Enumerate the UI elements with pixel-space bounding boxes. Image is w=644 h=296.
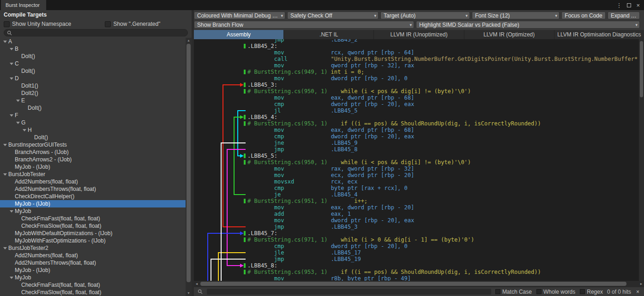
- tree-item[interactable]: MyJobWithDefaultOptimizations - (IJob): [0, 230, 186, 237]
- code-vscroll-thumb[interactable]: [640, 41, 643, 97]
- debug-info-mode-dropdown[interactable]: Coloured With Minimal Debug Information▾: [194, 12, 285, 19]
- foldout-icon[interactable]: [2, 41, 8, 43]
- close-icon[interactable]: ×: [636, 2, 640, 8]
- checkbox-icon[interactable]: [4, 21, 10, 27]
- tree-item[interactable]: E: [0, 97, 186, 104]
- match-case-toggle[interactable]: Match Case: [495, 289, 532, 295]
- foldout-icon[interactable]: [2, 144, 8, 146]
- tree-item[interactable]: DoIt(): [0, 53, 186, 60]
- foldout-icon[interactable]: [8, 63, 15, 65]
- tree-item-label: MyJob - (IJob): [15, 267, 50, 273]
- tree-item[interactable]: BranchArrows2 - (IJob): [0, 156, 186, 163]
- hscroll-track[interactable]: [199, 281, 638, 287]
- tree-item[interactable]: MyJob: [0, 207, 186, 215]
- tree-item-label: DoIt(): [34, 134, 48, 141]
- maximize-icon[interactable]: [627, 3, 631, 7]
- targets-search-input[interactable]: [4, 29, 188, 36]
- window-controls: ⋮ ×: [616, 0, 644, 10]
- assembly-view: jmp .LBB45_2.LBB45_2: mov rcx, qword ptr…: [194, 39, 644, 281]
- code-horizontal-scrollbar[interactable]: ◄ ►: [194, 281, 644, 287]
- tree-item[interactable]: DoIt(): [0, 134, 186, 141]
- scroll-right-icon[interactable]: ►: [638, 282, 644, 285]
- menu-icon[interactable]: ⋮: [616, 2, 622, 8]
- tree-item[interactable]: MyJob: [0, 274, 186, 281]
- foldout-icon[interactable]: [8, 210, 15, 213]
- foldout-icon[interactable]: [8, 77, 15, 80]
- tree-item[interactable]: Add2Numbers(float, float): [0, 178, 186, 185]
- scroll-up-icon[interactable]: ▲: [186, 38, 192, 43]
- tab-assembly[interactable]: Assembly: [194, 30, 283, 39]
- tree-item-label: D: [15, 75, 19, 82]
- tree-item[interactable]: BranchArrows - (IJob): [0, 148, 186, 156]
- tree-item[interactable]: CheckFmaSlow(float, float, float): [0, 222, 186, 230]
- find-hits: 0 of 0 hits: [607, 289, 631, 295]
- tree-item[interactable]: F: [0, 112, 186, 119]
- tree-item[interactable]: DoIt(): [0, 104, 186, 112]
- tree-item[interactable]: D: [0, 75, 186, 82]
- debug-info-mode-dropdown-label: Coloured With Minimal Debug Information: [197, 12, 279, 19]
- focus-on-code-button[interactable]: Focus on Code: [561, 12, 606, 19]
- font-size-dropdown[interactable]: Font Size (12)▾: [472, 12, 560, 19]
- tree-item[interactable]: A: [0, 38, 186, 45]
- whole-words-toggle[interactable]: Whole words: [536, 289, 575, 295]
- tree-item[interactable]: CheckDirectCallHelper(): [0, 193, 186, 200]
- tree-item[interactable]: H: [0, 126, 186, 134]
- tree-item[interactable]: C: [0, 60, 186, 67]
- find-input[interactable]: [207, 289, 491, 295]
- tree-item[interactable]: Add2Numbers(float, float): [0, 252, 186, 259]
- foldout-icon[interactable]: [8, 114, 15, 117]
- tree-item-label: MyJob - (IJob): [15, 164, 50, 170]
- checkbox-icon[interactable]: [580, 289, 585, 294]
- asm-line: # BurstString.cs(949, 1) int i = 0;: [194, 69, 639, 75]
- tab-net-il[interactable]: .NET IL: [284, 30, 373, 39]
- dropdown-caret-icon: ▾: [281, 13, 283, 18]
- checkbox-icon[interactable]: [495, 289, 500, 294]
- tree-item[interactable]: MyJob - (IJob): [0, 266, 186, 274]
- tree-item[interactable]: CheckFmaFast(float, float, float): [0, 281, 186, 289]
- safety-check-dropdown[interactable]: Safety Check Off▾: [287, 12, 379, 19]
- show-unity-namespace-toggle[interactable]: Show Unity Namespace: [4, 20, 105, 28]
- checkbox-icon[interactable]: [536, 289, 542, 294]
- expand-all-button[interactable]: Expand All: [608, 12, 640, 19]
- regex-toggle[interactable]: Regex: [580, 289, 603, 295]
- tree-item[interactable]: CheckFmaSlow(float, float, float): [0, 289, 186, 296]
- find-close-icon[interactable]: ×: [635, 289, 640, 295]
- tree-item[interactable]: BurstJobTester2: [0, 244, 186, 252]
- tree-scrollbar[interactable]: ▲ ▼: [186, 38, 192, 296]
- simd-highlight-dropdown[interactable]: Highlight SIMD Scalar vs Packed (False)▾: [416, 21, 640, 29]
- scroll-left-icon[interactable]: ◄: [194, 282, 199, 285]
- focus-on-code-button-label: Focus on Code: [565, 12, 602, 19]
- show-generated-toggle[interactable]: Show ".Generated": [105, 20, 188, 28]
- tree-item[interactable]: DoIt(): [0, 67, 186, 75]
- checkbox-icon[interactable]: [105, 21, 111, 27]
- tree-item[interactable]: MyJobWithFastOptimizations - (IJob): [0, 237, 186, 244]
- tree-item[interactable]: DoIt2(): [0, 89, 186, 97]
- tree-item[interactable]: Add2NumbersThrows(float, float): [0, 185, 186, 193]
- tree-item[interactable]: MyJob - (IJob): [0, 163, 186, 171]
- tree-item[interactable]: G: [0, 119, 186, 126]
- foldout-icon[interactable]: [15, 122, 21, 124]
- code-vertical-scrollbar[interactable]: [639, 39, 644, 281]
- foldout-icon[interactable]: [2, 247, 8, 249]
- tree-item[interactable]: BurstInspectorGUITests: [0, 141, 186, 148]
- tree-item[interactable]: CheckFmaFast(float, float, float): [0, 215, 186, 222]
- window-tab-burst-inspector[interactable]: Burst Inspector: [1, 0, 46, 10]
- foldout-icon[interactable]: [8, 48, 15, 50]
- foldout-icon[interactable]: [8, 277, 15, 279]
- tree-item[interactable]: B: [0, 45, 186, 53]
- tab-llvm-ir-unoptimized[interactable]: LLVM IR (Unoptimized): [374, 30, 463, 39]
- tree-scrollbar-thumb[interactable]: [187, 44, 191, 282]
- tab-llvm-ir-optimized[interactable]: LLVM IR (Optimized): [464, 30, 554, 39]
- target-dropdown[interactable]: Target (Auto)▾: [380, 12, 470, 19]
- tab-llvm-ir-optimisation-diagnostics[interactable]: LLVM IR Optimisation Diagnostics: [554, 30, 644, 39]
- code-hscroll-thumb[interactable]: [200, 282, 626, 286]
- tree-item[interactable]: DoIt1(): [0, 82, 186, 89]
- tree-item[interactable]: MyJob - (IJob): [0, 200, 186, 207]
- foldout-icon[interactable]: [2, 173, 8, 176]
- tree-item[interactable]: BurstJobTester: [0, 171, 186, 178]
- foldout-icon[interactable]: [15, 100, 21, 102]
- branch-flow-dropdown[interactable]: Show Branch Flow▾: [194, 21, 414, 29]
- tree-item[interactable]: Add2NumbersThrows(float, float): [0, 259, 186, 266]
- scroll-down-icon[interactable]: ▼: [186, 290, 192, 296]
- foldout-icon[interactable]: [21, 129, 28, 131]
